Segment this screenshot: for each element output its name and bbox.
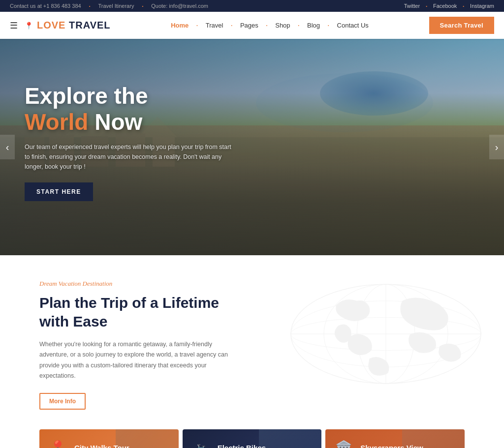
svg-point-14 — [357, 284, 415, 384]
tour-card-city-walks[interactable]: 📍 City Walks Tour — [39, 429, 179, 448]
tour-card-skyscrapers[interactable]: 🏛️ Skyscrapers View — [325, 429, 465, 448]
electric-bikes-icon: 🚲 — [192, 440, 210, 448]
tour-cards-section: 📍 City Walks Tour 🚲 Electric Bikes 🏛️ Sk… — [0, 429, 504, 448]
dot-4: • — [463, 4, 464, 8]
contact-info: Contact us at +1 836 483 384 — [10, 3, 81, 9]
nav-dot-5: • — [328, 24, 329, 27]
nav-shop[interactable]: Shop — [270, 19, 295, 32]
skyscrapers-icon: 🏛️ — [335, 440, 352, 448]
location-icon: 📍 — [25, 22, 33, 30]
dot-1: • — [89, 4, 91, 8]
main-nav: Home • Travel • Pages • Shop • Blog • Co… — [166, 19, 374, 32]
facebook-link[interactable]: Facebook — [433, 3, 457, 9]
svg-point-17 — [291, 317, 481, 350]
tour-card-skyscrapers-label: Skyscrapers View — [360, 444, 423, 448]
nav-travel[interactable]: Travel — [201, 19, 228, 32]
nav-dot-3: • — [266, 24, 267, 27]
hero-subtitle: Our team of experienced travel experts w… — [25, 142, 231, 172]
nav-home[interactable]: Home — [166, 19, 193, 32]
instagram-link[interactable]: Instagram — [470, 3, 494, 9]
search-travel-button[interactable]: Search Travel — [429, 17, 494, 34]
hero-next-arrow[interactable]: › — [489, 135, 504, 159]
nav-contact[interactable]: Contact Us — [332, 19, 374, 32]
dot-2: • — [142, 4, 143, 8]
site-logo[interactable]: LOVE TRAVEL — [37, 20, 111, 31]
svg-point-13 — [324, 284, 448, 384]
tour-card-electric-bikes-label: Electric Bikes — [218, 444, 266, 448]
twitter-link[interactable]: Twitter — [404, 3, 420, 9]
itinerary-link[interactable]: Travel Itinerary — [98, 3, 134, 9]
svg-point-12 — [291, 284, 481, 384]
plan-title: Plan the Trip of a Lifetime with Ease — [39, 294, 226, 330]
dot-3: • — [426, 4, 427, 8]
main-header: ☰ 📍 LOVE TRAVEL Home • Travel • Pages • … — [0, 12, 504, 39]
hero-section: Explore the World Now Our team of experi… — [0, 39, 504, 255]
top-bar-left: Contact us at +1 836 483 384 • Travel It… — [10, 3, 208, 9]
hero-content: Explore the World Now Our team of experi… — [25, 83, 231, 201]
hero-prev-arrow[interactable]: ‹ — [0, 135, 15, 159]
nav-pages[interactable]: Pages — [235, 19, 263, 32]
plan-section: Dream Vacation Destination Plan the Trip… — [0, 255, 504, 429]
tour-card-electric-bikes[interactable]: 🚲 Electric Bikes — [183, 429, 322, 448]
hamburger-icon[interactable]: ☰ — [10, 20, 18, 31]
header-left: ☰ 📍 LOVE TRAVEL — [10, 20, 111, 31]
hero-title: Explore the World Now — [25, 83, 231, 135]
city-walks-icon: 📍 — [49, 440, 66, 448]
svg-point-18 — [291, 301, 481, 367]
top-bar-right: Twitter • Facebook • Instagram — [404, 3, 494, 9]
tour-card-electric-bikes-image — [259, 429, 321, 448]
nav-dot-4: • — [298, 24, 299, 27]
quote-info: Quote: info@travel.com — [151, 3, 208, 9]
more-info-button[interactable]: More Info — [39, 393, 86, 410]
nav-dot-2: • — [231, 24, 232, 27]
nav-blog[interactable]: Blog — [302, 19, 325, 32]
plan-tag: Dream Vacation Destination — [39, 280, 465, 288]
plan-description: Whether you're looking for a romantic ge… — [39, 339, 236, 381]
top-bar: Contact us at +1 836 483 384 • Travel It… — [0, 0, 504, 12]
start-here-button[interactable]: START HERE — [25, 182, 93, 201]
tour-card-city-walks-label: City Walks Tour — [74, 444, 129, 448]
nav-dot-1: • — [196, 24, 197, 27]
